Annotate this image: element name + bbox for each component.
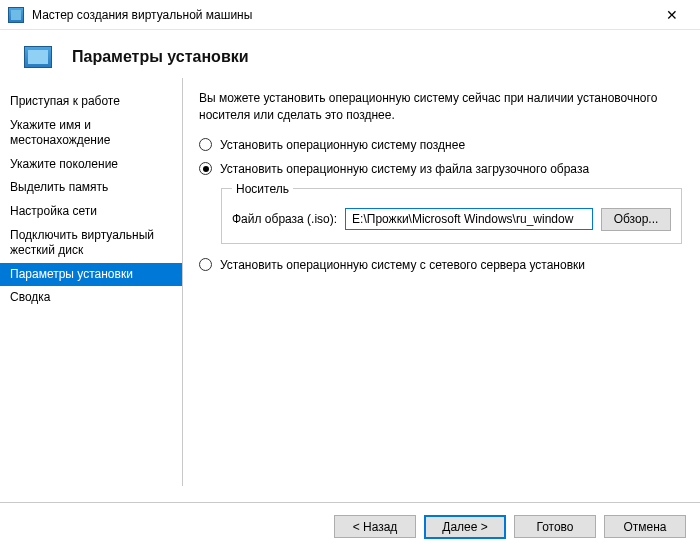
step-name-location[interactable]: Укажите имя и местонахождение (0, 114, 182, 153)
wizard-icon (24, 46, 52, 68)
cancel-button[interactable]: Отмена (604, 515, 686, 538)
intro-text: Вы можете установить операционную систем… (199, 90, 682, 124)
app-icon (8, 7, 24, 23)
back-button[interactable]: < Назад (334, 515, 416, 538)
iso-path-input[interactable] (345, 208, 593, 230)
wizard-header: Параметры установки (0, 30, 700, 78)
step-vhd[interactable]: Подключить виртуальный жесткий диск (0, 224, 182, 263)
step-getting-started[interactable]: Приступая к работе (0, 90, 182, 114)
radio-icon[interactable] (199, 258, 212, 271)
step-install-options[interactable]: Параметры установки (0, 263, 182, 287)
wizard-steps-sidebar: Приступая к работе Укажите имя и местона… (0, 78, 182, 486)
close-icon[interactable]: ✕ (652, 1, 692, 29)
option-install-from-network[interactable]: Установить операционную систему с сетево… (199, 258, 682, 272)
media-fieldset: Носитель Файл образа (.iso): Обзор... (221, 182, 682, 244)
option-label: Установить операционную систему с сетево… (220, 258, 585, 272)
wizard-content: Вы можете установить операционную систем… (182, 78, 700, 486)
option-label: Установить операционную систему позднее (220, 138, 465, 152)
option-install-from-image[interactable]: Установить операционную систему из файла… (199, 162, 682, 176)
browse-button[interactable]: Обзор... (601, 208, 671, 231)
option-label: Установить операционную систему из файла… (220, 162, 589, 176)
titlebar: Мастер создания виртуальной машины ✕ (0, 0, 700, 30)
iso-label: Файл образа (.iso): (232, 212, 337, 226)
wizard-footer: < Назад Далее > Готово Отмена (0, 502, 700, 550)
option-install-later[interactable]: Установить операционную систему позднее (199, 138, 682, 152)
step-generation[interactable]: Укажите поколение (0, 153, 182, 177)
next-button[interactable]: Далее > (424, 515, 506, 539)
step-network[interactable]: Настройка сети (0, 200, 182, 224)
finish-button[interactable]: Готово (514, 515, 596, 538)
step-memory[interactable]: Выделить память (0, 176, 182, 200)
radio-icon[interactable] (199, 138, 212, 151)
media-legend: Носитель (232, 182, 293, 196)
radio-icon[interactable] (199, 162, 212, 175)
page-title: Параметры установки (72, 48, 249, 66)
step-summary[interactable]: Сводка (0, 286, 182, 310)
window-title: Мастер создания виртуальной машины (32, 8, 652, 22)
